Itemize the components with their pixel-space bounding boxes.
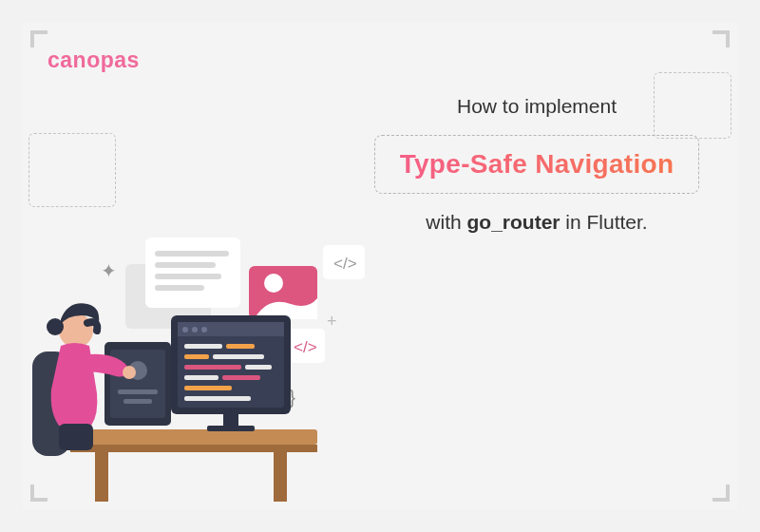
svg-point-7 [264,274,283,293]
svg-point-44 [47,318,64,335]
svg-rect-46 [59,424,93,450]
svg-rect-4 [155,274,221,279]
svg-text:+: + [327,312,337,331]
svg-rect-3 [155,262,216,268]
svg-rect-17 [95,452,108,502]
svg-rect-33 [213,354,264,359]
headline-package-name: go_router [466,211,560,233]
svg-rect-36 [184,375,218,380]
svg-rect-22 [118,390,158,394]
brand-logo: canopas [48,48,140,73]
svg-rect-37 [222,375,260,380]
svg-rect-39 [184,396,251,401]
corner-bracket [712,30,730,48]
svg-rect-2 [155,251,229,256]
corner-bracket [712,484,730,502]
svg-text:</>: </> [333,255,357,273]
svg-rect-30 [184,344,222,349]
svg-rect-23 [124,399,152,404]
svg-text:</>: </> [294,338,317,356]
svg-point-27 [182,327,188,332]
svg-rect-40 [223,414,238,428]
svg-rect-18 [274,452,287,502]
svg-rect-5 [155,285,204,291]
svg-point-28 [192,327,198,332]
decorative-square [28,133,116,207]
svg-rect-34 [184,365,241,370]
developer-illustration: </> </> ✦ + { } [38,228,418,504]
svg-rect-1 [145,238,240,308]
svg-rect-16 [70,445,317,452]
headline-bottom-text: with go_router in Flutter. [426,211,647,234]
headline-top-text: How to implement [457,95,617,118]
headline-bottom-suffix: in Flutter. [560,211,648,233]
svg-rect-32 [184,354,209,359]
svg-rect-41 [207,426,255,431]
headline-block: How to implement Type-Safe Navigation wi… [352,95,722,234]
svg-point-29 [201,327,207,332]
headline-bottom-prefix: with [426,211,466,233]
svg-rect-15 [70,429,317,445]
corner-bracket [30,30,48,48]
svg-rect-38 [184,386,232,390]
svg-text:✦: ✦ [101,260,117,281]
svg-rect-35 [245,365,272,370]
headline-badge: Type-Safe Navigation [374,135,700,194]
svg-rect-31 [226,344,255,349]
svg-point-45 [123,366,136,379]
